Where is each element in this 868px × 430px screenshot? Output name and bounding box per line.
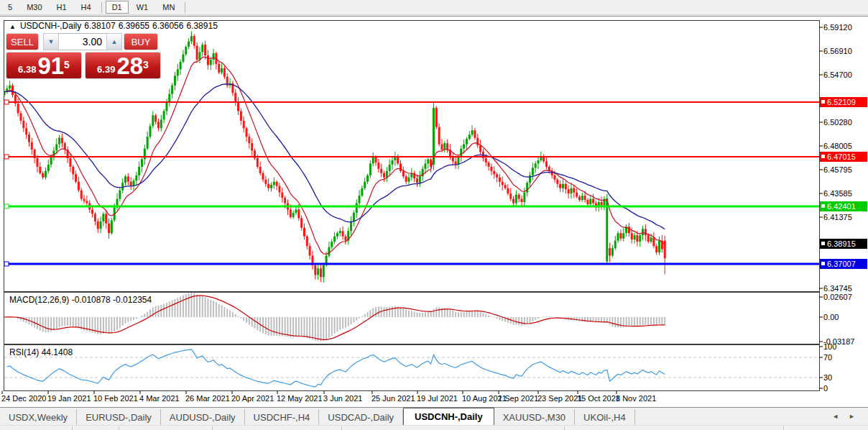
date-tick-label: 20 Apr 2021 <box>231 394 274 403</box>
chart-tab-bar: USDX,WeeklyEURUSD-,DailyAUDUSD-,DailyUSD… <box>0 407 868 425</box>
buy-price-pip: 3 <box>143 52 149 77</box>
buy-price-big: 28 <box>116 55 143 77</box>
volume-input[interactable] <box>59 33 106 50</box>
tf-button-m30[interactable]: M30 <box>20 1 48 14</box>
chart-title: ▲USDCNH-,Daily6.381076.396556.360566.389… <box>9 21 221 31</box>
indicator-tick-label: 70 <box>823 353 832 362</box>
price-tick-label: 6.48005 <box>823 142 852 150</box>
tf-button-d1[interactable]: D1 <box>106 1 129 14</box>
ohlc-open: 6.38107 <box>84 21 115 31</box>
price-tick-label: 6.59120 <box>823 23 852 32</box>
tag-nub <box>821 262 825 265</box>
date-tick-label: 3 Jun 2021 <box>323 394 362 403</box>
one-click-trading-widget: SELL ▼ ▲ BUY 6.38 91 5 6.39 28 3 <box>6 33 161 79</box>
timeframe-toolbar: 5M30H1H4D1W1MN <box>0 0 868 15</box>
indicator-tick-label: 0 <box>823 384 828 393</box>
volume-decrease-button[interactable]: ▼ <box>43 33 59 50</box>
indicator-tick-label: 0.02607 <box>823 293 852 301</box>
tf-button-5[interactable]: 5 <box>1 1 19 14</box>
panel-frame-2 <box>4 345 820 391</box>
tab-xauusd-m30[interactable]: XAUUSD-,M30 <box>494 409 575 425</box>
date-tick-label: 19 Jul 2021 <box>417 394 458 403</box>
tab-usdx-weekly[interactable]: USDX,Weekly <box>0 409 77 425</box>
price-level-tag-6.42401[interactable]: 6.42401 <box>820 201 867 211</box>
rsi-label: RSI(14) 44.1408 <box>9 347 73 357</box>
sell-price-base: 6.38 <box>18 63 36 77</box>
toolbar-separator <box>185 2 185 13</box>
rsi-layer <box>4 349 819 387</box>
price-tick-label: 6.56910 <box>823 47 852 55</box>
date-tick-label: 26 Mar 2021 <box>185 394 230 403</box>
indicator-tick-label: 30 <box>823 373 832 382</box>
buy-button[interactable]: BUY <box>124 33 158 50</box>
tf-button-mn[interactable]: MN <box>156 1 181 14</box>
tab-audusd-daily[interactable]: AUDUSD-,Daily <box>161 409 245 425</box>
tag-nub <box>821 242 825 245</box>
statusbar-separator <box>341 426 342 430</box>
price-level-tag-6.52109[interactable]: 6.52109 <box>820 97 867 107</box>
date-tick-label: 12 May 2021 <box>277 394 323 403</box>
price-tick-label: 6.41375 <box>823 213 852 221</box>
level-handle[interactable] <box>4 262 9 266</box>
tab-usdcad-daily[interactable]: USDCAD-,Daily <box>319 409 403 425</box>
buy-price-box[interactable]: 6.39 28 3 <box>85 52 161 79</box>
statusbar-separator <box>212 426 213 430</box>
mt4-terminal: 5M30H1H4D1W1MN ▲USDCNH-,Daily6.381076.39… <box>0 0 868 430</box>
statusbar-separator <box>564 426 565 430</box>
ohlc-close: 6.38915 <box>186 21 217 31</box>
volume-increase-button[interactable]: ▲ <box>106 33 122 50</box>
collapse-arrow-icon[interactable]: ▲ <box>9 23 16 30</box>
level-handle[interactable] <box>4 204 9 209</box>
statusbar-separator <box>72 426 73 430</box>
tf-button-h1[interactable]: H1 <box>50 1 73 14</box>
tag-nub <box>821 100 825 104</box>
tab-ukoil-h4[interactable]: UKOil-,H4 <box>575 409 635 425</box>
level-handle[interactable] <box>4 100 9 104</box>
ohlc-high: 6.39655 <box>119 21 149 31</box>
sell-price-big: 91 <box>37 55 64 77</box>
tab-scroll-left-icon[interactable]: ◄ <box>832 413 839 420</box>
status-bar <box>0 425 868 430</box>
date-tick-label: 15 Oct 2021 <box>577 394 620 403</box>
level-handle[interactable] <box>4 155 9 159</box>
date-tick-label: 19 Jan 2021 <box>47 394 91 403</box>
price-level-tag-6.37007[interactable]: 6.37007 <box>820 259 867 269</box>
tab-scroll-right-icon[interactable]: ► <box>849 413 855 420</box>
date-tick-label: 23 Sep 2021 <box>537 394 582 403</box>
tab-eurusd-daily[interactable]: EURUSD-,Daily <box>77 409 161 425</box>
price-level-tag-6.38915[interactable]: 6.38915 <box>820 239 867 249</box>
tab-usdcnh-daily[interactable]: USDCNH-,Daily <box>403 408 494 425</box>
price-tick-label: 6.50280 <box>823 118 852 127</box>
macd-label: MACD(12,26,9) -0.010878 -0.012354 <box>9 295 152 305</box>
date-tick-label: 8 Nov 2021 <box>616 394 656 403</box>
price-tick-label: 6.45795 <box>823 165 852 174</box>
sell-price-pip: 5 <box>64 52 70 77</box>
date-tick-label: 25 Jun 2021 <box>371 394 415 403</box>
date-tick-label: 1 Sep 2021 <box>498 394 538 403</box>
indicator-tick-label: 100 <box>823 342 836 351</box>
tag-nub <box>821 204 825 208</box>
price-tick-label: 6.54700 <box>823 70 852 79</box>
date-tick-label: 4 Mar 2021 <box>139 394 180 403</box>
sell-button[interactable]: SELL <box>6 33 39 50</box>
statusbar-separator <box>119 426 119 430</box>
tab-usdchf-h4[interactable]: USDCHF-,H4 <box>245 409 320 425</box>
price-tick-label: 6.34745 <box>823 284 852 293</box>
statusbar-separator <box>783 426 784 430</box>
date-tick-label: 24 Dec 2020 <box>1 394 46 403</box>
price-level-tag-6.47015[interactable]: 6.47015 <box>820 152 867 162</box>
toolbar-separator <box>101 2 102 13</box>
date-tick-label: 10 Feb 2021 <box>93 394 138 403</box>
tf-button-h4[interactable]: H4 <box>75 1 98 14</box>
ohlc-low: 6.36056 <box>152 21 183 31</box>
price-tick-label: 6.43585 <box>823 189 852 198</box>
sell-price-box[interactable]: 6.38 91 5 <box>6 52 82 79</box>
symbol-period-label: USDCNH-,Daily <box>20 21 81 31</box>
tf-button-w1[interactable]: W1 <box>130 1 155 14</box>
indicator-tick-label: 0.00 <box>823 313 839 321</box>
chart-window: ▲USDCNH-,Daily6.381076.396556.360566.389… <box>0 16 868 408</box>
buy-price-base: 6.39 <box>97 63 115 77</box>
tag-nub <box>821 155 825 158</box>
